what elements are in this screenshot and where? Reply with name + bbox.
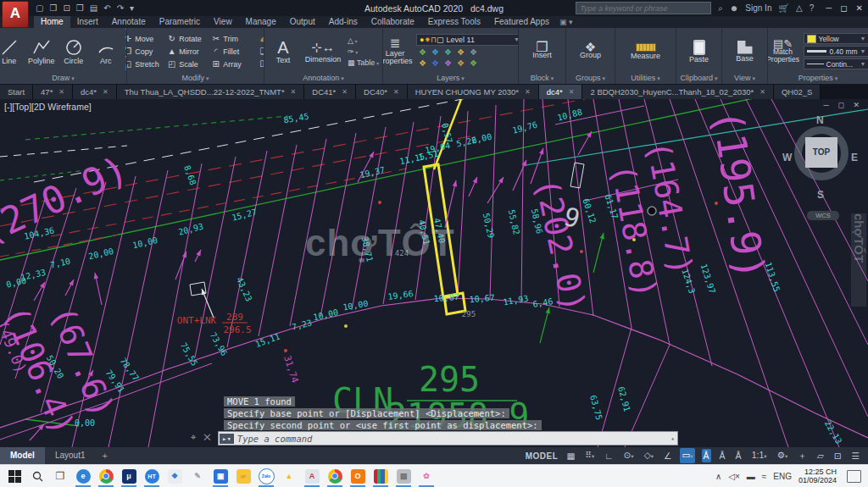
quick-access-icon[interactable]: ❒ (49, 3, 57, 13)
quick-access-icon[interactable]: ▢ (36, 3, 43, 13)
ribbon-tab-output[interactable]: Output (283, 16, 322, 28)
table-tool[interactable]: ▦ Table (348, 58, 379, 67)
status-toggle[interactable]: Å (718, 449, 727, 462)
file-tab[interactable]: Thu Thua_LA_QHSDD...22-12-2022_TNMT*✕ (117, 85, 305, 99)
ribbon-tab-home[interactable]: Home (34, 16, 70, 28)
file-tab[interactable]: DC41*✕ (304, 85, 356, 99)
viewcube-south[interactable]: S (817, 189, 824, 201)
start-button[interactable] (3, 466, 25, 487)
taskbar-app-icon[interactable]: ✎ (186, 466, 209, 487)
layer-properties-button[interactable]: ≣ Layer Properties (383, 37, 412, 65)
ribbon-tab-add-ins[interactable]: Add-ins (322, 16, 364, 28)
status-toggle[interactable]: ◇▾ (643, 448, 655, 463)
draw-mini-tool[interactable]: ▨ (125, 63, 126, 74)
base-view-tool[interactable]: Base (730, 41, 760, 63)
ribbon-tab-view[interactable]: View (207, 16, 239, 28)
stretch-tool[interactable]: ◱Stretch (127, 59, 165, 69)
viewport-controls[interactable]: [-][Top][2D Wireframe] (4, 102, 92, 112)
drawing-window-buttons[interactable]: ─ ◻ ✕ (824, 101, 863, 109)
status-toggle[interactable]: ⊙▾ (622, 448, 636, 463)
taskbar-app-icon[interactable]: HT (141, 466, 163, 487)
taskbar-app-icon[interactable]: A (301, 466, 323, 487)
status-toggle[interactable]: 1:1▾ (750, 448, 769, 463)
layer-tool-icon[interactable]: ❖ (454, 58, 467, 69)
layer-tool-icon[interactable]: ❖ (429, 58, 442, 69)
taskbar-app-icon[interactable]: ▰ (232, 466, 254, 487)
polyline-tool[interactable]: Polyline (26, 38, 57, 65)
viewcube[interactable]: TOP N S W E WCS (788, 116, 854, 208)
ribbon-tab-express-tools[interactable]: Express Tools (421, 16, 487, 28)
draw-mini-tool[interactable]: ◎ (125, 43, 126, 60)
status-toggle[interactable]: ▭▾ (680, 448, 694, 463)
match-properties-tool[interactable]: ▤✎ Match Properties (768, 40, 799, 64)
tray-icon[interactable]: ≈ (762, 472, 767, 481)
command-side-tools[interactable]: ⌖ ✕ (191, 432, 214, 443)
taskbar-search-button[interactable] (26, 466, 48, 487)
minimize-button[interactable]: ─ (826, 3, 832, 13)
quick-access-icon[interactable]: ↷ (117, 3, 124, 13)
ribbon-tab-parametric[interactable]: Parametric (153, 16, 207, 28)
ribbon-tab-collaborate[interactable]: Collaborate (364, 16, 421, 28)
taskbar-app-icon[interactable]: μ (118, 466, 140, 487)
object-color-dropdown[interactable]: Yellow ▼ (804, 33, 868, 44)
status-toggle[interactable]: ⠿▾ (583, 448, 596, 463)
file-tab[interactable]: dc4*✕ (73, 85, 117, 99)
viewcube-top-face[interactable]: TOP (805, 137, 837, 168)
drawing-canvas[interactable]: 85,450,5719,7610,8819,045,226,0011,151,5… (0, 99, 868, 447)
viewcube-east[interactable]: E (851, 152, 858, 163)
fillet-tool[interactable]: ◜Fillet (211, 47, 253, 56)
new-layout-button[interactable]: + (95, 451, 114, 461)
ribbon-tab-featured-apps[interactable]: Featured Apps (487, 16, 556, 28)
insert-block-tool[interactable]: ❒ Insert (527, 43, 558, 59)
layer-tool-icon[interactable]: ❖ (442, 47, 454, 58)
panel-groups-label[interactable]: Groups (566, 73, 615, 84)
panel-properties-label[interactable]: Properties (768, 73, 868, 84)
viewcube-wcs-menu[interactable]: WCS (807, 211, 839, 220)
taskbar-app-icon[interactable]: ▣ (209, 466, 231, 487)
linetype-dropdown[interactable]: Contin... ▼ (804, 58, 868, 69)
maximize-button[interactable]: ◻ (840, 3, 847, 13)
close-icon[interactable]: ✕ (58, 85, 64, 99)
text-tool[interactable]: A Text (268, 39, 298, 64)
file-tab[interactable]: QH02_S (774, 85, 821, 99)
app-store-icon[interactable]: 🛒 (778, 3, 788, 13)
taskbar-app-icon[interactable]: ✿ (415, 466, 437, 487)
workspace-switch-icon[interactable]: ▣ ▾ (559, 16, 573, 28)
scale-tool[interactable]: ◰Scale (167, 59, 209, 69)
ribbon-tab-insert[interactable]: Insert (70, 16, 105, 28)
status-toggle[interactable]: ∠ (662, 449, 673, 462)
panel-draw-label[interactable]: Draw (0, 73, 126, 84)
circle-tool[interactable]: Circle (58, 38, 89, 65)
layer-tool-icon[interactable]: ❖ (442, 58, 454, 69)
copy-tool[interactable]: ❐Copy (127, 47, 165, 56)
taskbar-app-icon[interactable] (324, 466, 346, 487)
status-toggle[interactable]: ∟ (603, 449, 615, 462)
drawing-viewport[interactable]: 85,450,5719,7610,8819,045,226,0011,151,5… (0, 99, 868, 447)
tray-icon[interactable]: ▬ (747, 472, 755, 481)
status-toggle[interactable]: ＋ (796, 449, 809, 462)
tray-icon[interactable]: ∧ (715, 472, 721, 481)
ribbon-tab-manage[interactable]: Manage (239, 16, 283, 28)
taskbar-app-icon[interactable]: ▲ (278, 466, 300, 487)
arc-tool[interactable]: Arc (91, 38, 121, 65)
close-icon[interactable]: ✕ (103, 85, 108, 99)
quick-access-icon[interactable]: ⊡ (63, 3, 70, 13)
close-icon[interactable]: ✕ (291, 85, 297, 99)
notification-center-icon[interactable] (847, 470, 861, 483)
file-tab[interactable]: dc4*✕ (539, 85, 583, 99)
taskbar-app-icon[interactable]: ▤ (392, 466, 415, 487)
file-tab[interactable]: 47*✕ (33, 85, 73, 99)
draw-mini-tool[interactable]: ▭ (125, 28, 126, 41)
help-icon[interactable]: ? (810, 3, 815, 13)
taskbar-app-icon[interactable]: ❖ (164, 466, 186, 487)
layer-tool-icon[interactable]: ❖ (467, 58, 480, 69)
sign-in-button[interactable]: Sign In (745, 3, 771, 13)
layer-dropdown[interactable]: ●✷⊓▢ Level 11 ▼ (416, 34, 518, 46)
layer-tool-icon[interactable]: ❖ (416, 58, 429, 69)
layer-tool-icon[interactable]: ❖ (454, 47, 467, 58)
paste-tool[interactable]: Paste (684, 40, 715, 64)
taskbar-app-icon[interactable]: O (347, 466, 369, 487)
application-menu-button[interactable]: A (2, 1, 29, 28)
taskbar-app-icon[interactable] (95, 466, 117, 487)
autodesk-icon[interactable]: △ (796, 3, 803, 13)
